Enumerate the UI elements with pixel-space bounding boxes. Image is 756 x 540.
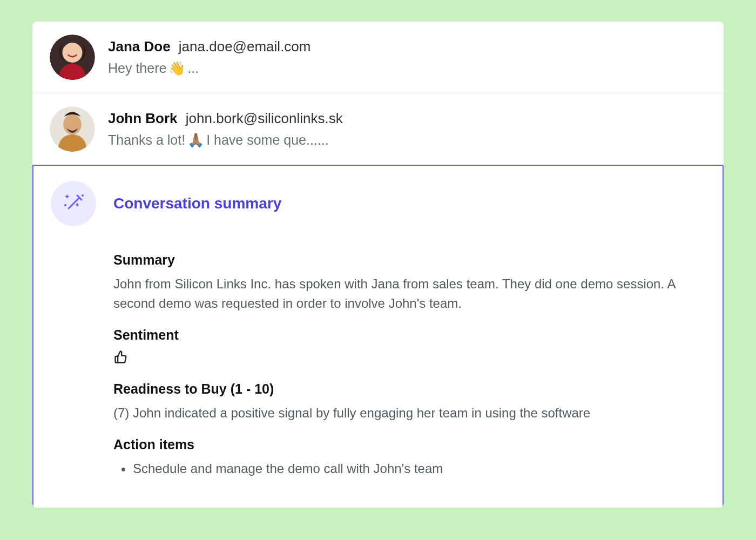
preview-text-post: I have some que...... <box>206 132 329 148</box>
conversation-card: Jana Doe jana.doe@email.com Hey there 👋 … <box>32 22 724 508</box>
sentiment-section: Sentiment <box>51 327 705 367</box>
avatar <box>50 106 95 152</box>
summary-heading: Summary <box>113 252 705 268</box>
preview-text-pre: Thanks a lot! <box>108 132 185 148</box>
sender-name: Jana Doe <box>108 38 171 55</box>
message-header: John Bork john.bork@siliconlinks.sk <box>108 110 706 128</box>
sender-email: jana.doe@email.com <box>179 38 311 55</box>
action-items-list: Schedule and manage the demo call with J… <box>113 459 705 478</box>
message-row[interactable]: Jana Doe jana.doe@email.com Hey there 👋 … <box>32 22 724 93</box>
message-body: John Bork john.bork@siliconlinks.sk Than… <box>108 106 706 148</box>
sentiment-heading: Sentiment <box>113 327 705 343</box>
summary-section: Summary John from Silicon Links Inc. has… <box>51 252 705 313</box>
readiness-heading: Readiness to Buy (1 - 10) <box>113 381 705 397</box>
message-body: Jana Doe jana.doe@email.com Hey there 👋 … <box>108 35 706 76</box>
wave-emoji-icon: 👋 <box>168 60 185 76</box>
action-items-section: Action items Schedule and manage the dem… <box>51 437 705 478</box>
avatar <box>50 35 95 80</box>
sender-name: John Bork <box>108 110 178 126</box>
action-items-heading: Action items <box>113 437 705 453</box>
thumbs-up-icon <box>113 349 705 367</box>
readiness-text: (7) John indicated a positive signal by … <box>113 403 705 423</box>
svg-point-5 <box>64 204 66 206</box>
summary-title: Conversation summary <box>113 195 281 212</box>
svg-line-2 <box>69 198 79 208</box>
sender-email: john.bork@siliconlinks.sk <box>186 110 343 126</box>
svg-point-4 <box>82 194 84 197</box>
message-header: Jana Doe jana.doe@email.com <box>108 38 706 56</box>
message-preview: Thanks a lot! 🙏🏽 I have some que...... <box>108 132 706 148</box>
preview-text-pre: Hey there <box>108 60 166 76</box>
list-item: Schedule and manage the demo call with J… <box>133 459 705 478</box>
message-preview: Hey there 👋 ... <box>108 60 706 76</box>
conversation-summary-panel: Conversation summary Summary John from S… <box>32 165 724 508</box>
magic-wand-icon <box>51 181 96 226</box>
readiness-section: Readiness to Buy (1 - 10) (7) John indic… <box>51 381 705 423</box>
preview-text-post: ... <box>187 60 199 76</box>
message-row[interactable]: John Bork john.bork@siliconlinks.sk Than… <box>32 93 724 165</box>
pray-emoji-icon: 🙏🏽 <box>187 132 204 148</box>
summary-text: John from Silicon Links Inc. has spoken … <box>113 274 705 313</box>
summary-header: Conversation summary <box>51 181 705 226</box>
